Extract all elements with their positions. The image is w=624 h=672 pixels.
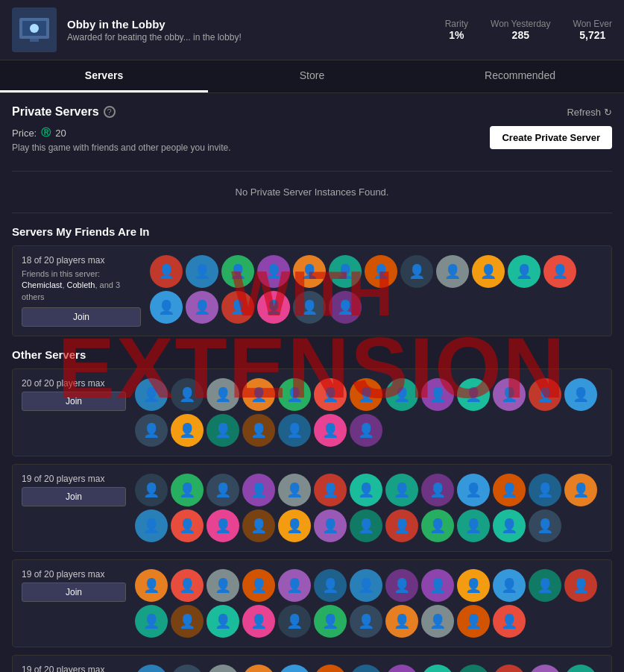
friends-server-join-button[interactable]: Join [22, 307, 141, 327]
private-servers-title: Private Servers [12, 105, 99, 119]
avatar: 👤 [385, 605, 418, 638]
avatar: 👤 [421, 605, 454, 638]
avatar: 👤 [493, 509, 526, 542]
other-server-2-avatars: 👤 👤 👤 👤 👤 👤 👤 👤 👤 👤 👤 👤 👤 👤 👤 👤 👤 👤 👤 [135, 474, 602, 542]
main-content: Private Servers ? Refresh ↻ Price: Ⓡ 20 … [0, 93, 624, 672]
avatar: 👤 [400, 255, 433, 288]
tab-servers[interactable]: Servers [0, 60, 208, 92]
help-icon[interactable]: ? [104, 106, 116, 118]
other-server-card-3: 19 of 20 players max Join 👤 👤 👤 👤 👤 👤 👤 … [12, 559, 612, 647]
avatar: 👤 [207, 605, 239, 638]
avatar: 👤 [457, 474, 490, 506]
avatar: 👤 [171, 474, 204, 506]
avatar: 👤 [564, 474, 597, 506]
create-private-server-button[interactable]: Create Private Server [490, 126, 612, 149]
avatar: 👤 [421, 665, 454, 672]
private-servers-body: Price: Ⓡ 20 Play this game with friends … [12, 126, 612, 162]
avatar: 👤 [314, 665, 347, 672]
refresh-icon: ↻ [604, 107, 612, 118]
other-server-3-info: 19 of 20 players max Join [22, 569, 126, 602]
avatar: 👤 [278, 569, 311, 602]
avatar: 👤 [242, 665, 275, 672]
private-servers-header: Private Servers ? Refresh ↻ [12, 105, 612, 119]
tab-bar: Servers Store Recommended [0, 60, 624, 93]
rarity-stat: Rarity 1% [445, 19, 468, 41]
avatar: 👤 [242, 509, 275, 542]
avatar: 👤 [293, 255, 326, 288]
refresh-button[interactable]: Refresh ↻ [567, 107, 612, 118]
avatar: 👤 [329, 291, 362, 324]
other-server-4-avatars: 👤 👤 👤 👤 👤 👤 👤 👤 👤 👤 👤 👤 👤 👤 👤 👤 👤 👤 👤 [135, 665, 602, 672]
avatar: 👤 [529, 665, 561, 672]
won-ever-label: Won Ever [573, 19, 612, 29]
avatar: 👤 [385, 474, 418, 506]
private-servers-title-group: Private Servers ? [12, 105, 116, 119]
avatar: 👤 [278, 474, 311, 506]
other-server-1-join-button[interactable]: Join [22, 392, 126, 411]
avatar: 👤 [385, 509, 418, 542]
avatar: 👤 [350, 509, 382, 542]
avatar: 👤 [421, 509, 454, 542]
badge-title: Obby in the Lobby [67, 18, 435, 31]
badge-info: Obby in the Lobby Awarded for beating th… [67, 18, 435, 43]
avatar: 👤 [278, 378, 311, 411]
other-servers-title: Other Servers [12, 348, 612, 361]
friends-section: Servers My Friends Are In 18 of 20 playe… [12, 225, 612, 336]
avatar: 👤 [436, 255, 469, 288]
avatar: 👤 [493, 474, 526, 506]
avatar: 👤 [278, 509, 311, 542]
other-server-4-count: 19 of 20 players max [22, 665, 126, 672]
avatar: 👤 [329, 255, 362, 288]
avatar: 👤 [135, 474, 168, 506]
avatar: 👤 [278, 605, 311, 638]
no-instances-message: No Private Server Instances Found. [12, 171, 612, 213]
avatar: 👤 [457, 665, 490, 672]
avatar: 👤 [385, 569, 418, 602]
won-yesterday-stat: Won Yesterday 285 [491, 19, 551, 41]
avatar: 👤 [186, 291, 218, 324]
tab-recommended[interactable]: Recommended [416, 60, 624, 92]
rarity-value: 1% [445, 29, 468, 41]
avatar: 👤 [350, 474, 382, 506]
avatar: 👤 [529, 378, 561, 411]
avatar: 👤 [385, 665, 418, 672]
top-badge-area: Obby in the Lobby Awarded for beating th… [0, 0, 624, 60]
avatar: 👤 [529, 509, 561, 542]
other-server-2-info: 19 of 20 players max Join [22, 474, 126, 506]
friends-list-text: Friends in this server: Chemiclast, Cobl… [22, 269, 141, 303]
avatar: 👤 [457, 569, 490, 602]
avatar: 👤 [314, 414, 347, 447]
avatar: 👤 [207, 569, 239, 602]
price-value: 20 [55, 128, 66, 139]
friends-player-count: 18 of 20 players max [22, 255, 141, 266]
avatar: 👤 [207, 378, 239, 411]
other-server-2-join-button[interactable]: Join [22, 487, 126, 506]
won-yesterday-value: 285 [491, 29, 551, 41]
avatar: 👤 [350, 569, 382, 602]
avatar: 👤 [171, 378, 204, 411]
avatar: 👤 [150, 255, 183, 288]
other-server-3-count: 19 of 20 players max [22, 569, 126, 580]
other-server-3-join-button[interactable]: Join [22, 582, 126, 602]
avatar: 👤 [171, 509, 204, 542]
avatar: 👤 [314, 474, 347, 506]
won-yesterday-label: Won Yesterday [491, 19, 551, 29]
avatar: 👤 [493, 665, 526, 672]
avatar: 👤 [314, 378, 347, 411]
won-ever-value: 5,721 [573, 29, 612, 41]
badge-description: Awarded for beating the obby... in the l… [67, 32, 435, 43]
tab-store[interactable]: Store [208, 60, 416, 92]
other-server-1-avatars: 👤 👤 👤 👤 👤 👤 👤 👤 👤 👤 👤 👤 👤 👤 👤 👤 👤 👤 👤 [135, 378, 602, 447]
avatar: 👤 [508, 255, 541, 288]
avatar: 👤 [186, 255, 218, 288]
avatar: 👤 [242, 378, 275, 411]
avatar: 👤 [242, 569, 275, 602]
avatar: 👤 [135, 665, 168, 672]
avatar: 👤 [293, 291, 326, 324]
avatar: 👤 [207, 414, 239, 447]
price-line: Price: Ⓡ 20 [12, 126, 231, 139]
avatar: 👤 [543, 255, 576, 288]
avatar: 👤 [135, 378, 168, 411]
avatar: 👤 [207, 474, 239, 506]
avatar: 👤 [242, 414, 275, 447]
